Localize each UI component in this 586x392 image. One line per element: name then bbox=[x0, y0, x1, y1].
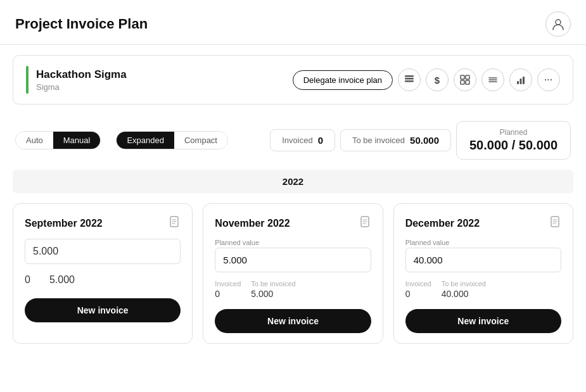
planned-value: 50.000 / 50.000 bbox=[469, 138, 557, 153]
november-planned-section: Planned value 5.000 bbox=[215, 239, 371, 272]
september-to-be-invoiced-value: 5.000 bbox=[49, 274, 75, 286]
project-text: Hackathon Sigma Sigma bbox=[36, 68, 127, 92]
planned-stat: Planned 50.000 / 50.000 bbox=[456, 121, 571, 160]
svg-point-0 bbox=[556, 20, 561, 25]
svg-rect-3 bbox=[405, 75, 414, 77]
project-card: Hackathon Sigma Sigma Delegate invoice p… bbox=[13, 55, 573, 104]
grid-button[interactable] bbox=[454, 68, 476, 91]
lines-button[interactable] bbox=[481, 68, 504, 91]
november-title: November 2022 bbox=[215, 218, 290, 229]
november-to-be-invoiced-label: To be invoiced bbox=[251, 280, 295, 288]
december-card: December 2022 Planned value 40.000 Invoi… bbox=[393, 203, 573, 344]
december-new-invoice-button[interactable]: New invoice bbox=[405, 309, 561, 333]
stats-bar: Invoiced 0 To be invoiced 50.000 Planned… bbox=[270, 121, 571, 160]
september-planned-value: 5.000 bbox=[33, 246, 172, 257]
november-to-be-invoiced-stat: To be invoiced 5.000 bbox=[251, 280, 295, 299]
november-new-invoice-button[interactable]: New invoice bbox=[215, 309, 371, 333]
dollar-button[interactable]: $ bbox=[426, 68, 449, 91]
december-invoiced-label: Invoiced bbox=[405, 280, 431, 288]
year-row: 2022 bbox=[13, 170, 573, 193]
svg-rect-12 bbox=[520, 79, 522, 84]
manual-mode-button[interactable]: Manual bbox=[53, 132, 101, 149]
bars-button[interactable] bbox=[509, 68, 532, 91]
user-avatar-button[interactable] bbox=[545, 11, 571, 37]
september-new-invoice-button[interactable]: New invoice bbox=[25, 298, 181, 322]
svg-rect-11 bbox=[517, 81, 519, 84]
dollar-icon: $ bbox=[435, 75, 440, 85]
december-to-be-invoiced-label: To be invoiced bbox=[442, 280, 486, 288]
more-icon: ··· bbox=[544, 75, 552, 84]
expanded-view-button[interactable]: Expanded bbox=[117, 132, 174, 149]
september-title: September 2022 bbox=[25, 218, 103, 229]
cards-grid: September 2022 5.000 0 5.000 New invoice… bbox=[0, 203, 586, 357]
december-planned-label: Planned value bbox=[405, 239, 561, 246]
delegate-button[interactable]: Delegate invoice plan bbox=[293, 70, 393, 90]
project-info: Hackathon Sigma Sigma bbox=[26, 66, 127, 94]
december-planned-input[interactable]: 40.000 bbox=[405, 248, 561, 272]
invoiced-label: Invoiced bbox=[282, 136, 312, 145]
project-actions: Delegate invoice plan $ ··· bbox=[293, 68, 560, 91]
view-toggle: Expanded Compact bbox=[116, 131, 228, 149]
planned-label: Planned bbox=[469, 128, 557, 137]
svg-rect-5 bbox=[466, 75, 469, 79]
september-invoiced-value: 0 bbox=[25, 274, 30, 286]
december-doc-icon[interactable] bbox=[549, 215, 561, 231]
december-planned-section: Planned value 40.000 bbox=[405, 239, 561, 272]
december-stats: Invoiced 0 To be invoiced 40.000 bbox=[405, 280, 561, 299]
november-planned-input[interactable]: 5.000 bbox=[215, 248, 371, 272]
september-doc-icon[interactable] bbox=[168, 215, 181, 231]
november-invoiced-label: Invoiced bbox=[215, 280, 241, 288]
november-invoiced-stat: Invoiced 0 bbox=[215, 280, 241, 299]
mode-toggle: Auto Manual bbox=[15, 131, 101, 149]
to-be-invoiced-stat: To be invoiced 50.000 bbox=[340, 129, 451, 151]
invoiced-stat: Invoiced 0 bbox=[270, 129, 335, 151]
svg-rect-7 bbox=[466, 80, 469, 84]
page-title: Project Invoice Plan bbox=[15, 16, 148, 32]
to-be-invoiced-value: 50.000 bbox=[410, 135, 439, 146]
december-invoiced-stat: Invoiced 0 bbox=[405, 280, 431, 299]
november-doc-icon[interactable] bbox=[359, 215, 371, 231]
project-name: Hackathon Sigma bbox=[36, 68, 127, 81]
november-stats: Invoiced 0 To be invoiced 5.000 bbox=[215, 280, 371, 299]
september-stats: 0 5.000 bbox=[25, 272, 181, 288]
accent-bar bbox=[26, 66, 29, 94]
svg-rect-13 bbox=[523, 77, 525, 84]
december-invoiced-value: 0 bbox=[405, 289, 431, 299]
more-button[interactable]: ··· bbox=[537, 68, 560, 91]
compact-view-button[interactable]: Compact bbox=[174, 132, 227, 149]
auto-mode-button[interactable]: Auto bbox=[16, 132, 53, 149]
november-invoiced-value: 0 bbox=[215, 289, 241, 299]
november-card: November 2022 Planned value 5.000 Invoic… bbox=[203, 203, 383, 344]
december-to-be-invoiced-stat: To be invoiced 40.000 bbox=[442, 280, 486, 299]
november-to-be-invoiced-value: 5.000 bbox=[251, 289, 295, 299]
project-subtitle: Sigma bbox=[36, 82, 127, 92]
september-header: September 2022 bbox=[25, 215, 181, 231]
page-header: Project Invoice Plan bbox=[0, 0, 586, 45]
layers-button[interactable] bbox=[398, 68, 421, 91]
svg-rect-1 bbox=[405, 78, 414, 80]
to-be-invoiced-label: To be invoiced bbox=[352, 136, 405, 145]
invoiced-value: 0 bbox=[318, 135, 323, 146]
december-to-be-invoiced-value: 40.000 bbox=[442, 289, 486, 299]
november-planned-label: Planned value bbox=[215, 239, 371, 246]
december-header: December 2022 bbox=[405, 215, 561, 231]
september-card: September 2022 5.000 0 5.000 New invoice bbox=[13, 203, 193, 344]
toolbar: Auto Manual Expanded Compact Invoiced 0 … bbox=[0, 115, 586, 166]
svg-rect-4 bbox=[461, 75, 464, 79]
svg-rect-6 bbox=[461, 80, 464, 84]
december-title: December 2022 bbox=[405, 218, 480, 229]
svg-rect-2 bbox=[405, 80, 414, 82]
november-header: November 2022 bbox=[215, 215, 371, 231]
